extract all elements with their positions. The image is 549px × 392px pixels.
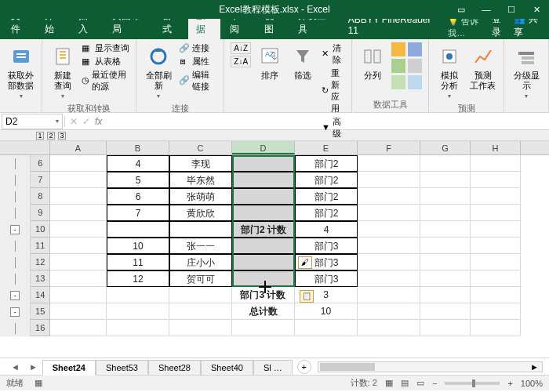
col-header-g[interactable]: G — [420, 141, 471, 154]
cell[interactable] — [420, 188, 471, 205]
cell[interactable] — [232, 172, 295, 188]
cell[interactable]: 5 — [107, 172, 169, 188]
cell[interactable]: 7 — [107, 205, 169, 221]
cell[interactable] — [420, 320, 471, 336]
cell[interactable]: 10 — [107, 238, 169, 254]
cell[interactable]: 4 — [107, 155, 169, 172]
clear-button[interactable]: ✕清除 — [322, 42, 345, 66]
cell[interactable] — [358, 270, 420, 287]
cell[interactable] — [295, 320, 358, 336]
filter-button[interactable]: 筛选 — [289, 42, 317, 82]
cell[interactable] — [471, 188, 521, 205]
paste-options-button-2[interactable]: 🖌 — [298, 256, 312, 269]
row-header[interactable]: 13 — [31, 270, 49, 287]
row-header[interactable]: 7 — [31, 172, 49, 188]
view-layout-icon[interactable]: ▤ — [401, 378, 409, 388]
row-header[interactable]: 11 — [31, 238, 49, 254]
sheet-tab[interactable]: Sheet53 — [96, 360, 148, 375]
whatif-button[interactable]: 模拟分析▾ — [435, 42, 464, 101]
cell[interactable]: 部门2 — [295, 205, 358, 221]
col-header-d[interactable]: D — [232, 141, 295, 154]
cell[interactable] — [358, 155, 420, 172]
col-header-b[interactable]: B — [107, 141, 169, 154]
cell[interactable] — [420, 254, 471, 270]
properties-button[interactable]: 🗉属性 — [179, 56, 217, 67]
cell[interactable]: 6 — [107, 188, 169, 205]
zoom-slider[interactable] — [445, 382, 500, 385]
cell[interactable] — [358, 320, 420, 336]
cancel-icon[interactable]: ✕ — [70, 116, 78, 127]
cell[interactable] — [50, 238, 107, 254]
cell[interactable] — [471, 254, 521, 270]
outline-collapse-button[interactable]: - — [10, 225, 20, 234]
cell[interactable]: 12 — [107, 270, 169, 287]
cell[interactable] — [169, 320, 232, 336]
row-header[interactable]: 16 — [31, 320, 49, 336]
outline-button[interactable]: 分级显示▾ — [511, 42, 542, 101]
col-header-h[interactable]: H — [471, 141, 521, 154]
flash-fill-icon[interactable] — [391, 42, 405, 56]
zoom-in-button[interactable]: + — [507, 379, 512, 388]
maximize-button[interactable]: ☐ — [499, 0, 524, 19]
recent-sources-button[interactable]: ◷最近使用的源 — [82, 69, 129, 93]
sort-az-button[interactable]: A↓Z — [231, 42, 251, 54]
cell[interactable] — [169, 303, 232, 320]
cell[interactable]: 贺可可 — [169, 270, 232, 287]
row-header[interactable]: 9 — [31, 205, 49, 221]
fx-icon[interactable]: fx — [95, 116, 102, 127]
show-queries-button[interactable]: ▦显示查询 — [82, 42, 129, 54]
cell[interactable] — [232, 254, 295, 270]
cell[interactable] — [420, 155, 471, 172]
tell-me[interactable]: 💡 告诉我… — [448, 16, 490, 39]
add-sheet-button[interactable]: + — [297, 360, 311, 374]
consolidate-icon[interactable] — [408, 59, 422, 73]
cell[interactable] — [471, 287, 521, 303]
minimize-button[interactable]: — — [474, 0, 499, 19]
cell[interactable]: 部门3 计数 — [232, 287, 295, 303]
cell[interactable] — [50, 221, 107, 238]
col-header-c[interactable]: C — [169, 141, 232, 154]
cell[interactable] — [420, 172, 471, 188]
row-header[interactable]: 12 — [31, 254, 49, 270]
cell[interactable]: 庄小小 — [169, 254, 232, 270]
cell[interactable] — [358, 303, 420, 320]
cell[interactable] — [358, 188, 420, 205]
zoom-out-button[interactable]: − — [432, 379, 437, 388]
view-pagebreak-icon[interactable]: ▭ — [416, 378, 424, 388]
zoom-level[interactable]: 100% — [521, 379, 543, 388]
cell[interactable]: 总计数 — [232, 303, 295, 320]
sheet-tab[interactable]: Sheet40 — [201, 360, 253, 375]
cell[interactable] — [50, 188, 107, 205]
cell[interactable] — [50, 287, 107, 303]
cell[interactable] — [232, 188, 295, 205]
cell[interactable] — [232, 320, 295, 336]
edit-links-button[interactable]: 🔗编辑链接 — [179, 69, 217, 93]
cell[interactable] — [50, 303, 107, 320]
cell[interactable] — [107, 221, 169, 238]
row-header[interactable]: 14 — [31, 287, 49, 303]
cell[interactable] — [232, 270, 295, 287]
cell[interactable] — [420, 205, 471, 221]
cell[interactable] — [50, 320, 107, 336]
remove-dup-icon[interactable] — [408, 42, 422, 56]
text-to-columns-button[interactable]: 分列 — [358, 42, 387, 82]
cell[interactable]: 部门3 — [295, 270, 358, 287]
cell[interactable]: 4 — [295, 221, 358, 238]
cell[interactable] — [471, 172, 521, 188]
cell[interactable]: 部门2 — [295, 172, 358, 188]
cell[interactable]: 张萌萌 — [169, 188, 232, 205]
cell[interactable]: 部门2 — [295, 188, 358, 205]
cell[interactable] — [420, 238, 471, 254]
relationships-icon[interactable] — [391, 75, 405, 89]
cell[interactable]: 毕东然 — [169, 172, 232, 188]
manage-model-icon[interactable] — [408, 75, 422, 89]
sheet-tab[interactable]: Sheet28 — [148, 360, 201, 375]
cell[interactable] — [169, 287, 232, 303]
cell[interactable]: 张一一 — [169, 238, 232, 254]
close-button[interactable]: ✕ — [524, 0, 549, 19]
row-header[interactable]: 15 — [31, 303, 49, 320]
reapply-button[interactable]: ↻重新应用 — [322, 67, 345, 114]
cell[interactable] — [358, 221, 420, 238]
cell[interactable] — [358, 238, 420, 254]
enter-icon[interactable]: ✓ — [82, 116, 90, 127]
